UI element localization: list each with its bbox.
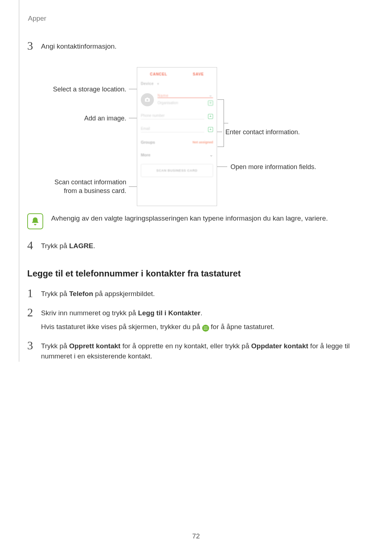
svg-point-8: [207, 329, 207, 330]
step-4-text: Trykk på LAGRE.: [41, 241, 367, 251]
scan-business-card-button[interactable]: SCAN BUSINESS CARD: [141, 164, 213, 177]
more-fields-button[interactable]: More ⌄: [141, 149, 213, 160]
step-4: 4 Trykk på LAGRE.: [27, 241, 367, 251]
organisation-field[interactable]: Organisation: [158, 101, 178, 105]
save-button[interactable]: SAVE: [193, 72, 204, 76]
svg-point-2: [207, 327, 207, 327]
svg-point-6: [204, 329, 204, 330]
svg-point-4: [205, 328, 206, 328]
callout-more-fields: Open more information fields.: [230, 163, 316, 171]
b-step-1: 1 Trykk på Telefon på appskjermbildet.: [27, 289, 367, 299]
email-field[interactable]: Email: [141, 127, 204, 132]
callout-scan-card: Scan contact information from a business…: [43, 178, 126, 196]
step-3: 3 Angi kontaktinformasjon.: [27, 41, 367, 52]
svg-point-1: [205, 327, 206, 327]
section-header: Apper: [28, 15, 367, 22]
callout-enter-info: Enter contact information.: [225, 128, 300, 136]
b-step-2: 2 Skriv inn nummeret og trykk på Legg ti…: [27, 308, 367, 332]
step-number: 3: [27, 40, 41, 52]
storage-selector[interactable]: Device ▼: [137, 81, 217, 86]
b-step-1-text: Trykk på Telefon på appskjermbildet.: [41, 289, 367, 299]
svg-point-5: [207, 328, 207, 328]
figure-contact-editor: Select a storage location. Add an image.…: [27, 67, 367, 206]
dialpad-icon: [202, 325, 209, 332]
chevron-down-icon: ▼: [157, 82, 160, 86]
chevron-down-icon[interactable]: ⌄: [208, 93, 213, 98]
step-number: 3: [27, 340, 41, 351]
bracket-line: [217, 99, 224, 147]
callout-add-image: Add an image.: [84, 114, 126, 123]
add-icon[interactable]: +: [208, 114, 213, 119]
camera-icon: [144, 97, 150, 103]
subsection-heading: Legge til et telefonnummer i kontakter f…: [27, 268, 367, 279]
add-icon[interactable]: +: [208, 127, 213, 132]
b-step-3-text: Trykk på Opprett kontakt for å opprette …: [41, 341, 367, 362]
chevron-down-icon: ⌄: [209, 152, 213, 157]
step-number: 2: [27, 307, 41, 318]
callout-storage: Select a storage location.: [53, 85, 126, 94]
step-number: 4: [27, 239, 41, 251]
phonenumber-field[interactable]: Phone number: [141, 114, 204, 119]
phone-screenshot: CANCEL SAVE Device ▼ Name ⌄ Organisation: [137, 67, 217, 206]
cancel-button[interactable]: CANCEL: [150, 72, 167, 76]
svg-point-0: [204, 327, 204, 327]
name-field[interactable]: Name ⌄: [158, 91, 213, 98]
note-box: Avhengig av den valgte lagringsplasserin…: [27, 213, 367, 229]
leader-line: [129, 118, 137, 118]
storage-label: Device: [141, 82, 154, 86]
bell-icon: [30, 217, 40, 226]
step-3-text: Angi kontaktinformasjon.: [41, 41, 367, 52]
page-number: 72: [0, 532, 392, 540]
svg-point-3: [204, 328, 204, 328]
groups-row[interactable]: Groups Not assigned: [141, 137, 213, 147]
leader-line: [129, 89, 137, 89]
leader-line: [217, 167, 227, 167]
svg-point-7: [205, 329, 206, 330]
note-text: Avhengig av den valgte lagringsplasserin…: [51, 213, 328, 224]
add-icon[interactable]: +: [208, 100, 213, 106]
note-icon: [27, 213, 43, 229]
leader-line: [129, 186, 137, 187]
add-photo-button[interactable]: [141, 93, 154, 106]
step-number: 1: [27, 287, 41, 299]
b-step-2-text: Skriv inn nummeret og trykk på Legg til …: [41, 308, 367, 332]
b-step-3: 3 Trykk på Opprett kontakt for å opprett…: [27, 341, 367, 362]
